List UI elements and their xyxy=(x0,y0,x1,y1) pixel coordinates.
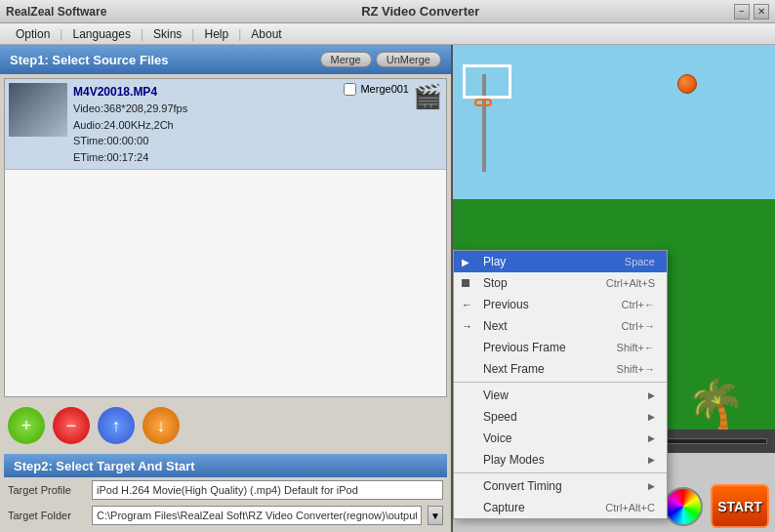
remove-file-button[interactable]: − xyxy=(53,407,90,444)
ctx-stop[interactable]: Stop Ctrl+Alt+S xyxy=(454,272,667,294)
context-menu: ▶ Play Space Stop Ctrl+Alt+S ← Previous … xyxy=(453,250,668,519)
ctx-separator-2 xyxy=(454,472,667,473)
step2-header: Step2: Select Target And Start xyxy=(4,454,447,477)
ctx-speed[interactable]: Speed xyxy=(454,406,667,428)
ctx-play-label: Play xyxy=(483,255,506,268)
ctx-next[interactable]: → Next Ctrl+→ xyxy=(454,315,667,337)
menu-about[interactable]: About xyxy=(243,25,289,43)
file-info: M4V20018.MP4 Video:368*208,29.97fps Audi… xyxy=(73,83,338,165)
ctx-next-shortcut: Ctrl+→ xyxy=(621,320,655,332)
profile-input[interactable] xyxy=(92,480,443,500)
palm-tree-icon: 🌴 xyxy=(685,381,746,430)
arrow-down-icon: ↓ xyxy=(157,416,166,436)
file-name: M4V20018.MP4 xyxy=(73,83,338,101)
ctx-play[interactable]: ▶ Play Space xyxy=(454,251,667,272)
ctx-play-modes-label: Play Modes xyxy=(483,453,545,467)
profile-row: Target Profile xyxy=(4,477,447,503)
ctx-previous[interactable]: ← Previous Ctrl+← xyxy=(454,294,667,315)
step2-area: Step2: Select Target And Start Target Pr… xyxy=(0,450,451,532)
file-stime: STime:00:00:00 xyxy=(73,133,338,149)
ctx-capture[interactable]: Capture Ctrl+Alt+C xyxy=(454,497,667,518)
ctx-play-shortcut: Space xyxy=(625,256,655,267)
merge-button[interactable]: Merge xyxy=(320,52,372,67)
ctx-view[interactable]: View xyxy=(454,385,667,406)
menu-help[interactable]: Help xyxy=(196,25,236,43)
menu-sep-2: | xyxy=(141,27,143,41)
ctx-view-label: View xyxy=(483,389,509,402)
folder-input[interactable] xyxy=(92,506,422,525)
ctx-voice[interactable]: Voice xyxy=(454,428,667,449)
color-wheel xyxy=(664,487,703,526)
step1-title: Step1: Select Source Files xyxy=(10,53,169,67)
window-title: RZ Video Converter xyxy=(361,4,479,19)
ctx-previous-label: Previous xyxy=(483,298,529,311)
menu-sep-4: | xyxy=(238,27,241,41)
file-type-icon: 🎬 xyxy=(413,83,442,110)
left-panel: Step1: Select Source Files Merge UnMerge… xyxy=(0,45,451,532)
folder-dropdown-button[interactable]: ▼ xyxy=(428,506,443,525)
ctx-convert-timing-label: Convert Timing xyxy=(483,479,562,493)
title-bar: RealZeal Software RZ Video Converter − ✕ xyxy=(0,0,775,23)
window-controls: − ✕ xyxy=(734,4,769,20)
basketball xyxy=(677,74,697,94)
add-file-button[interactable]: + xyxy=(8,407,45,444)
merge-checkbox-area: Merge001 🎬 xyxy=(344,83,442,110)
file-list: M4V20018.MP4 Video:368*208,29.97fps Audi… xyxy=(4,78,447,397)
unmerge-button[interactable]: UnMerge xyxy=(376,52,441,67)
ctx-next-label: Next xyxy=(483,319,508,333)
main-content: Step1: Select Source Files Merge UnMerge… xyxy=(0,45,775,532)
ctx-next-frame-label: Next Frame xyxy=(483,362,545,376)
menu-sep-3: | xyxy=(191,27,194,41)
previous-icon: ← xyxy=(462,299,472,310)
app-name: RealZeal Software xyxy=(6,5,106,19)
ctx-prev-frame-label: Previous Frame xyxy=(483,341,566,354)
ctx-prev-frame-shortcut: Shift+← xyxy=(617,342,655,353)
ctx-capture-label: Capture xyxy=(483,501,525,514)
menu-bar: Option | Languages | Skins | Help | Abou… xyxy=(0,23,775,45)
file-thumbnail xyxy=(9,83,67,137)
ctx-stop-shortcut: Ctrl+Alt+S xyxy=(606,277,655,289)
profile-label: Target Profile xyxy=(8,484,86,496)
start-button[interactable]: START xyxy=(711,484,769,528)
plus-icon: + xyxy=(21,416,32,436)
ctx-play-modes[interactable]: Play Modes xyxy=(454,449,667,471)
close-button[interactable]: ✕ xyxy=(754,4,769,20)
hoop-ring xyxy=(474,99,492,106)
list-item[interactable]: M4V20018.MP4 Video:368*208,29.97fps Audi… xyxy=(5,79,446,170)
next-icon: → xyxy=(462,320,472,332)
merge-label: Merge001 xyxy=(360,83,409,95)
ctx-voice-label: Voice xyxy=(483,431,511,445)
minimize-button[interactable]: − xyxy=(734,4,750,20)
hoop-board xyxy=(463,64,511,99)
right-panel: 🌴 ⏮ ▶ ⏹ ⏭ 00:00:00 / 00:17:24 ration ◀ ▶… xyxy=(451,45,775,532)
ctx-speed-label: Speed xyxy=(483,410,517,424)
ctx-previous-shortcut: Ctrl+← xyxy=(621,299,655,310)
ctx-next-frame-shortcut: Shift+→ xyxy=(617,363,655,375)
merge-checkbox[interactable] xyxy=(344,83,356,96)
move-down-button[interactable]: ↓ xyxy=(143,407,180,444)
move-up-button[interactable]: ↑ xyxy=(98,407,135,444)
ctx-convert-timing[interactable]: Convert Timing xyxy=(454,475,667,497)
file-audio: Audio:24.00KHz,2Ch xyxy=(73,117,338,134)
play-icon: ▶ xyxy=(462,257,469,267)
folder-label: Target Folder xyxy=(8,510,86,521)
ctx-next-frame[interactable]: Next Frame Shift+→ xyxy=(454,358,667,380)
menu-languages[interactable]: Languages xyxy=(64,25,138,43)
menu-option[interactable]: Option xyxy=(8,25,58,43)
arrow-up-icon: ↑ xyxy=(112,416,121,436)
ctx-separator-1 xyxy=(454,382,667,383)
ctx-stop-label: Stop xyxy=(483,276,508,290)
ctx-capture-shortcut: Ctrl+Alt+C xyxy=(605,502,655,513)
step1-header: Step1: Select Source Files Merge UnMerge xyxy=(0,45,451,74)
ctx-prev-frame[interactable]: Previous Frame Shift+← xyxy=(454,337,667,358)
file-video: Video:368*208,29.97fps xyxy=(73,101,338,117)
step2-title: Step2: Select Target And Start xyxy=(14,459,195,473)
minus-icon: − xyxy=(66,416,77,436)
folder-row: Target Folder ▼ xyxy=(4,503,447,528)
bottom-toolbar: + − ↑ ↓ xyxy=(0,401,451,450)
menu-skins[interactable]: Skins xyxy=(145,25,189,43)
stop-icon xyxy=(462,279,469,287)
file-etime: ETime:00:17:24 xyxy=(73,149,338,166)
menu-sep-1: | xyxy=(60,27,62,41)
